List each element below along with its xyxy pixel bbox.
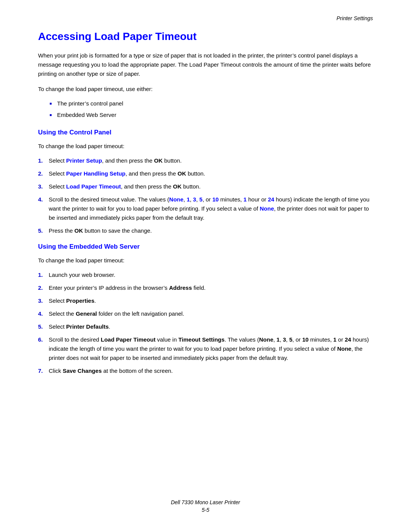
section2-step-5: 5. Select Printer Defaults. <box>38 322 373 331</box>
section1-steps: 1. Select Printer Setup, and then press … <box>38 156 373 235</box>
section1-step-1: 1. Select Printer Setup, and then press … <box>38 156 373 165</box>
bullet-item-2: Embedded Web Server <box>49 110 373 120</box>
intro-label: To change the load paper timeout, use ei… <box>38 85 373 94</box>
footer-page: 5-5 <box>0 507 411 513</box>
section1-step-5: 5. Press the OK button to save the chang… <box>38 226 373 235</box>
section1-heading: Using the Control Panel <box>38 129 373 136</box>
section2-step-2: 2. Enter your printer’s IP address in th… <box>38 283 373 292</box>
header-right: Printer Settings <box>336 15 373 21</box>
section2-step-6: 6. Scroll to the desired Load Paper Time… <box>38 335 373 363</box>
header-text: Printer Settings <box>336 15 373 21</box>
page-container: Printer Settings Accessing Load Paper Ti… <box>0 0 411 532</box>
intro-paragraph-1: When your print job is formatted for a t… <box>38 51 373 78</box>
section2-heading: Using the Embedded Web Server <box>38 243 373 251</box>
section1-intro: To change the load paper timeout: <box>38 142 373 151</box>
section2-step-3: 3. Select Properties. <box>38 296 373 305</box>
bullet-list: The printer’s control panel Embedded Web… <box>49 99 373 120</box>
section2-steps: 1. Launch your web browser. 2. Enter you… <box>38 270 373 375</box>
section1-step-3: 3. Select Load Paper Timeout, and then p… <box>38 182 373 191</box>
section2-step-7: 7. Click Save Changes at the bottom of t… <box>38 366 373 375</box>
section1-step-4: 4. Scroll to the desired timeout value. … <box>38 195 373 222</box>
section2-step-1: 1. Launch your web browser. <box>38 270 373 280</box>
page-title: Accessing Load Paper Timeout <box>38 30 373 43</box>
section1-step-2: 2. Select Paper Handling Setup, and then… <box>38 169 373 178</box>
section2-intro: To change the load paper timeout: <box>38 256 373 265</box>
bullet-item-1: The printer’s control panel <box>49 99 373 108</box>
footer: Dell 7330 Mono Laser Printer 5-5 <box>0 499 411 513</box>
section2-step-4: 4. Select the General folder on the left… <box>38 309 373 318</box>
footer-text: Dell 7330 Mono Laser Printer <box>0 499 411 505</box>
